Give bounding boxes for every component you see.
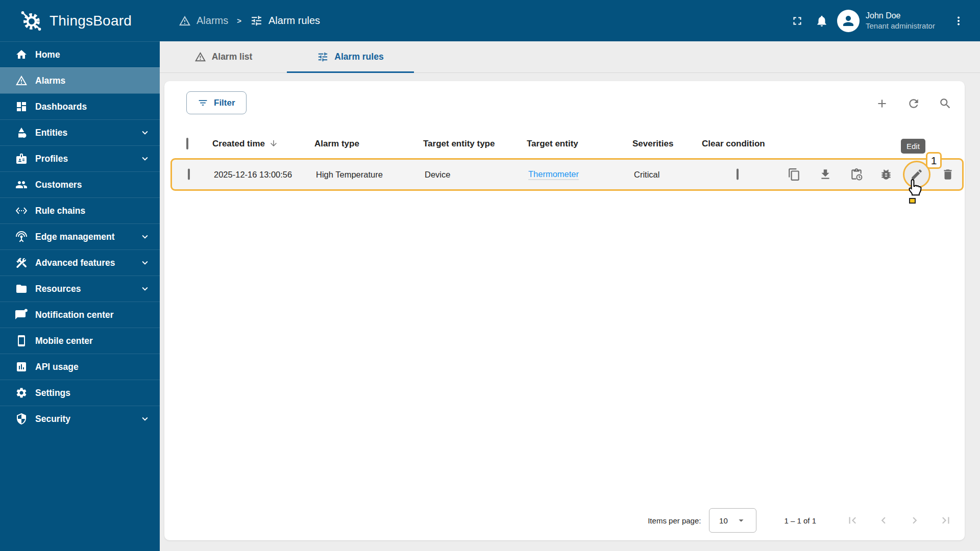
sidebar-item-entities[interactable]: Entities <box>0 119 160 145</box>
warning-icon <box>194 51 206 63</box>
chevron-down-icon <box>139 283 151 294</box>
copy-icon[interactable] <box>788 168 801 181</box>
cell-severities: Critical <box>634 170 659 180</box>
resources-folder-icon <box>15 283 28 295</box>
notification-icon <box>15 309 28 321</box>
chevron-down-icon <box>139 231 151 242</box>
sort-descending-icon <box>269 139 278 148</box>
app-title: ThingsBoard <box>50 13 132 29</box>
table-header: Created time Alarm type Target entity ty… <box>164 131 965 157</box>
table-row[interactable]: 2025-12-16 13:00:56 High Temperature Dev… <box>170 158 964 191</box>
tune-icon <box>250 14 263 27</box>
chevron-down-icon <box>139 257 151 268</box>
download-icon[interactable] <box>819 168 832 181</box>
chevron-down-icon <box>139 153 151 164</box>
sidebar-item-edge-management[interactable]: Edge management <box>0 223 160 249</box>
sidebar-item-mobile-center[interactable]: Mobile center <box>0 328 160 354</box>
previous-page-icon[interactable] <box>877 514 890 527</box>
column-created-time[interactable]: Created time <box>212 139 278 149</box>
sidebar-item-home[interactable]: Home <box>0 41 160 67</box>
app-header: ThingsBoard Alarms > Alarm rules John Do… <box>0 0 980 41</box>
tab-alarm-list[interactable]: Alarm list <box>160 41 287 72</box>
cell-target-entity-type: Device <box>425 170 450 180</box>
cell-alarm-type: High Temperature <box>316 170 383 180</box>
sidebar-item-customers[interactable]: Customers <box>0 171 160 197</box>
first-page-icon[interactable] <box>846 514 859 527</box>
cell-created-time: 2025-12-16 13:00:56 <box>214 170 292 180</box>
cursor-hand-icon <box>904 178 924 198</box>
column-alarm-type: Alarm type <box>314 139 359 149</box>
edit-tooltip: Edit <box>901 139 925 154</box>
table-toolbar <box>875 97 952 110</box>
chevron-down-icon <box>139 413 151 424</box>
sidebar-item-profiles[interactable]: Profiles <box>0 145 160 171</box>
column-severities: Severities <box>632 139 673 149</box>
filter-icon <box>198 97 208 108</box>
tab-bar: Alarm list Alarm rules <box>160 41 980 73</box>
search-icon[interactable] <box>939 97 952 110</box>
home-icon <box>15 48 28 61</box>
warning-icon <box>15 74 28 87</box>
clear-condition-checkbox[interactable] <box>737 170 739 180</box>
sidebar-item-rule-chains[interactable]: Rule chains <box>0 197 160 223</box>
page-size-select[interactable]: 10 <box>709 508 756 533</box>
breadcrumb-alarms[interactable]: Alarms <box>179 15 228 27</box>
user-info[interactable]: John Doe Tenant administrator <box>866 10 941 31</box>
breadcrumb: Alarms > Alarm rules <box>179 14 320 27</box>
profiles-icon <box>15 153 28 165</box>
column-clear-condition: Clear condition <box>702 139 765 149</box>
user-role: Tenant administrator <box>866 21 941 31</box>
sidebar-item-dashboards[interactable]: Dashboards <box>0 93 160 119</box>
sidebar-item-api-usage[interactable]: API usage <box>0 354 160 380</box>
select-all-checkbox[interactable] <box>186 139 188 149</box>
sidebar-item-security[interactable]: Security <box>0 406 160 432</box>
sidebar-item-resources[interactable]: Resources <box>0 276 160 302</box>
refresh-icon[interactable] <box>907 97 920 110</box>
items-per-page-label: Items per page: <box>648 516 701 525</box>
user-avatar[interactable] <box>837 10 860 32</box>
last-page-icon[interactable] <box>939 514 952 527</box>
fullscreen-icon[interactable] <box>785 9 810 33</box>
api-usage-chart-icon <box>15 361 28 373</box>
sidebar-item-advanced-features[interactable]: Advanced features <box>0 249 160 276</box>
caret-down-icon <box>736 515 747 526</box>
rule-chains-icon <box>15 205 28 217</box>
warning-icon <box>179 15 191 27</box>
page-range-label: 1 – 1 of 1 <box>784 516 816 525</box>
next-page-icon[interactable] <box>908 514 921 527</box>
row-checkbox[interactable] <box>188 170 190 180</box>
advanced-features-icon <box>15 257 28 269</box>
sidebar-item-notification-center[interactable]: Notification center <box>0 302 160 328</box>
tune-icon <box>317 51 329 63</box>
breadcrumb-alarm-rules[interactable]: Alarm rules <box>250 14 320 27</box>
sidebar: Home Alarms Dashboards Entities Profiles… <box>0 41 160 551</box>
delete-trash-icon[interactable] <box>941 168 954 181</box>
main-content: Alarm list Alarm rules Filter <box>160 41 980 551</box>
filter-button[interactable]: Filter <box>186 91 247 114</box>
schedule-clipboard-icon[interactable] <box>850 168 863 181</box>
gear-icon <box>15 387 28 399</box>
alarm-rules-card: Filter Created time Alarm type Target en… <box>164 81 965 540</box>
header-actions: John Doe Tenant administrator <box>785 9 980 33</box>
notifications-bell-icon[interactable] <box>810 9 834 33</box>
kebab-menu-icon[interactable] <box>948 9 969 33</box>
sidebar-item-settings[interactable]: Settings <box>0 380 160 406</box>
app-logo[interactable]: ThingsBoard <box>0 9 132 33</box>
security-shield-icon <box>15 413 28 425</box>
add-icon[interactable] <box>875 97 889 110</box>
customers-icon <box>15 179 28 191</box>
tab-alarm-rules[interactable]: Alarm rules <box>287 41 414 72</box>
click-marker <box>909 198 916 204</box>
column-target-entity-type: Target entity type <box>423 139 495 149</box>
chevron-down-icon <box>139 127 151 138</box>
dashboards-icon <box>15 101 28 113</box>
mobile-icon <box>15 335 28 347</box>
entities-icon <box>15 127 28 139</box>
breadcrumb-separator: > <box>235 16 243 25</box>
thingsboard-gear-icon <box>19 9 43 33</box>
cell-target-entity-link[interactable]: Thermometer <box>528 169 579 180</box>
sidebar-item-alarms[interactable]: Alarms <box>0 67 160 93</box>
column-target-entity: Target entity <box>527 139 578 149</box>
debug-bug-icon[interactable] <box>879 168 893 181</box>
edge-antenna-icon <box>15 231 28 243</box>
